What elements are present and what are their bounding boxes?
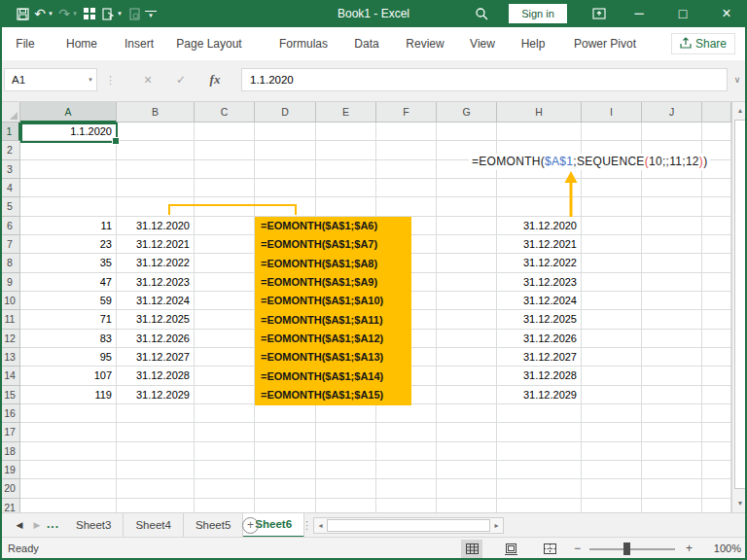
- column-header-I[interactable]: I: [582, 102, 642, 122]
- cell-C11[interactable]: [195, 310, 255, 329]
- cell-C14[interactable]: [195, 367, 255, 385]
- paste-icon[interactable]: [100, 0, 116, 27]
- cell-I19[interactable]: [582, 461, 642, 479]
- cell-G16[interactable]: [437, 404, 497, 423]
- column-header-C[interactable]: C: [195, 102, 255, 122]
- cell-B18[interactable]: [117, 442, 195, 461]
- cell-C16[interactable]: [195, 404, 255, 423]
- cell-I5[interactable]: [582, 197, 642, 216]
- cell-I12[interactable]: [582, 330, 642, 348]
- ribbon-tab-view[interactable]: View: [470, 27, 495, 60]
- cell-A15[interactable]: 119: [20, 386, 117, 404]
- cell-G5[interactable]: [437, 197, 497, 216]
- cell-C6[interactable]: [195, 217, 255, 235]
- cell-B1[interactable]: [117, 122, 195, 141]
- cell-E5[interactable]: [316, 197, 376, 216]
- cell-G15[interactable]: [437, 386, 497, 404]
- cell-F3[interactable]: [376, 160, 437, 179]
- cell-J13[interactable]: [642, 348, 702, 367]
- cell-C20[interactable]: [195, 479, 255, 498]
- cell-F1[interactable]: [376, 122, 437, 141]
- cell-K5[interactable]: [702, 197, 731, 216]
- cell-J1[interactable]: [642, 122, 702, 141]
- row-header-8[interactable]: 8: [0, 254, 20, 272]
- cell-E4[interactable]: [316, 179, 376, 197]
- cell-G12[interactable]: [437, 330, 497, 348]
- cell-K18[interactable]: [702, 442, 731, 461]
- cell-H20[interactable]: [497, 479, 582, 498]
- cell-I13[interactable]: [582, 348, 642, 367]
- cell-I17[interactable]: [582, 423, 642, 441]
- paste-dropdown-icon[interactable]: ▾: [116, 0, 124, 27]
- search-icon[interactable]: [473, 0, 490, 27]
- cell-K20[interactable]: [702, 479, 731, 498]
- ribbon-tab-home[interactable]: Home: [66, 27, 97, 60]
- cell-F5[interactable]: [376, 197, 437, 216]
- cell-K14[interactable]: [702, 367, 731, 385]
- row-header-10[interactable]: 10: [0, 292, 20, 310]
- cell-I11[interactable]: [582, 310, 642, 329]
- cell-K13[interactable]: [702, 348, 731, 367]
- cell-A2[interactable]: [20, 141, 117, 159]
- cell-A9[interactable]: 47: [20, 273, 117, 292]
- minimize-button[interactable]: ─: [622, 0, 656, 27]
- scroll-down-icon[interactable]: ▾: [732, 499, 747, 508]
- cell-K21[interactable]: [702, 499, 731, 512]
- row-header-5[interactable]: 5: [0, 197, 20, 216]
- scroll-up-icon[interactable]: ▴: [732, 106, 747, 115]
- cell-H10[interactable]: 31.12.2024: [497, 292, 582, 310]
- cell-G19[interactable]: [437, 461, 497, 479]
- cell-H21[interactable]: [497, 499, 582, 512]
- cell-H9[interactable]: 31.12.2023: [497, 273, 582, 292]
- sheet-tab-sheet4[interactable]: Sheet4: [124, 513, 183, 538]
- cell-C10[interactable]: [195, 292, 255, 310]
- cell-B14[interactable]: 31.12.2028: [117, 367, 195, 385]
- column-header-G[interactable]: G: [437, 102, 497, 122]
- cell-K15[interactable]: [702, 386, 731, 404]
- cell-A16[interactable]: [20, 404, 117, 423]
- cell-C17[interactable]: [195, 423, 255, 441]
- cell-J10[interactable]: [642, 292, 702, 310]
- cell-A7[interactable]: 23: [20, 235, 117, 254]
- cell-B21[interactable]: [117, 499, 195, 512]
- customize-qat-icon[interactable]: ▾: [145, 11, 157, 18]
- cell-F19[interactable]: [376, 461, 437, 479]
- cell-C7[interactable]: [195, 235, 255, 254]
- cell-D2[interactable]: [255, 141, 316, 159]
- cell-G6[interactable]: [437, 217, 497, 235]
- cell-D20[interactable]: [255, 479, 316, 498]
- name-box-dropdown-icon[interactable]: ▾: [84, 68, 97, 91]
- cell-A6[interactable]: 11: [20, 217, 117, 235]
- cell-H12[interactable]: 31.12.2026: [497, 330, 582, 348]
- cell-H18[interactable]: [497, 442, 582, 461]
- ribbon-tab-help[interactable]: Help: [521, 27, 546, 60]
- row-header-19[interactable]: 19: [0, 461, 20, 479]
- cell-B16[interactable]: [117, 404, 195, 423]
- cell-K17[interactable]: [702, 423, 731, 441]
- cell-A3[interactable]: [20, 160, 117, 179]
- cell-K9[interactable]: [702, 273, 731, 292]
- cell-C19[interactable]: [195, 461, 255, 479]
- cell-E1[interactable]: [316, 122, 376, 141]
- cell-G1[interactable]: [437, 122, 497, 141]
- cell-H11[interactable]: 31.12.2025: [497, 310, 582, 329]
- row-header-17[interactable]: 17: [0, 423, 20, 441]
- column-header-J[interactable]: J: [642, 102, 702, 122]
- row-header-7[interactable]: 7: [0, 235, 20, 254]
- cell-B13[interactable]: 31.12.2027: [117, 348, 195, 367]
- cell-J11[interactable]: [642, 310, 702, 329]
- column-header-E[interactable]: E: [316, 102, 376, 122]
- cell-E17[interactable]: [316, 423, 376, 441]
- new-sheet-button[interactable]: +: [242, 517, 259, 534]
- cell-C18[interactable]: [195, 442, 255, 461]
- cell-J21[interactable]: [642, 499, 702, 512]
- cell-B10[interactable]: 31.12.2024: [117, 292, 195, 310]
- cell-B20[interactable]: [117, 479, 195, 498]
- cell-H14[interactable]: 31.12.2028: [497, 367, 582, 385]
- column-header-H[interactable]: H: [497, 102, 582, 122]
- normal-view-icon[interactable]: [461, 540, 482, 558]
- vertical-scroll-thumb[interactable]: [734, 120, 746, 489]
- cell-B17[interactable]: [117, 423, 195, 441]
- cell-D1[interactable]: [255, 122, 316, 141]
- row-header-20[interactable]: 20: [0, 479, 20, 498]
